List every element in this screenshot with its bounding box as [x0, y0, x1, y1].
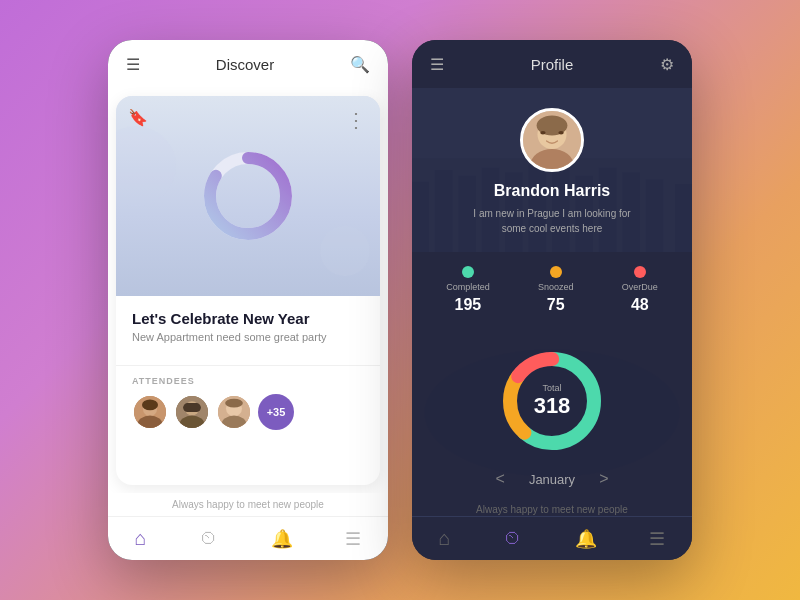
svg-point-33 [540, 131, 545, 135]
attendees-row: +35 [132, 394, 364, 430]
event-subtitle: New Appartment need some great party [132, 331, 364, 343]
discover-phone: ☰ Discover 🔍 🔖 ⋮ [108, 40, 388, 560]
attendee-avatar-3 [216, 394, 252, 430]
profile-menu-icon[interactable]: ☰ [430, 55, 444, 74]
completed-label: Completed [446, 282, 490, 292]
attendee-avatar-2 [174, 394, 210, 430]
svg-point-14 [225, 399, 243, 408]
profile-phone: ☰ Profile ⚙ [412, 40, 692, 560]
chart-section: Total 318 < January > [412, 328, 692, 498]
event-title: Let's Celebrate New Year [132, 310, 364, 327]
stats-row: Completed 195 Snoozed 75 OverDue 48 [412, 252, 692, 328]
attendee-avatar-1 [132, 394, 168, 430]
event-image-area: 🔖 ⋮ [116, 96, 380, 296]
discover-menu-icon[interactable]: ☰ [126, 55, 140, 74]
discover-body: 🔖 ⋮ Let's Celebrate New Year [108, 88, 388, 516]
profile-body: Brandon Harris I am new in Prague I am l… [412, 88, 692, 516]
nav-home-icon[interactable]: ⌂ [134, 527, 146, 550]
attendees-label: ATTENDEES [132, 376, 364, 386]
stat-overdue: OverDue 48 [622, 266, 658, 314]
discover-bottom-nav: ⌂ ⏲ 🔔 ☰ [108, 516, 388, 560]
profile-avatar [520, 108, 584, 172]
profile-user-bio: I am new in Prague I am looking for some… [462, 206, 642, 236]
completed-value: 195 [455, 296, 482, 314]
profile-footer-text: Always happy to meet new people [412, 498, 692, 516]
event-card: 🔖 ⋮ Let's Celebrate New Year [116, 96, 380, 485]
discover-donut-chart [198, 146, 298, 246]
profile-hero: Brandon Harris I am new in Prague I am l… [412, 88, 692, 252]
nav-timer-icon[interactable]: ⏲ [200, 528, 218, 549]
overdue-value: 48 [631, 296, 649, 314]
svg-rect-28 [675, 184, 692, 252]
stat-completed: Completed 195 [446, 266, 490, 314]
profile-user-name: Brandon Harris [494, 182, 610, 200]
svg-rect-9 [183, 403, 201, 412]
svg-rect-18 [435, 170, 453, 252]
svg-point-34 [558, 131, 563, 135]
overdue-dot [634, 266, 646, 278]
profile-nav-home-icon[interactable]: ⌂ [438, 527, 450, 550]
attendees-section: ATTENDEES [116, 365, 380, 442]
donut-center: Total 318 [497, 346, 607, 456]
profile-donut-chart: Total 318 [497, 346, 607, 456]
overdue-label: OverDue [622, 282, 658, 292]
nav-menu-icon[interactable]: ☰ [345, 528, 361, 550]
snoozed-dot [550, 266, 562, 278]
profile-header: ☰ Profile ⚙ [412, 40, 692, 88]
more-options-icon[interactable]: ⋮ [346, 108, 368, 132]
profile-nav-timer-icon[interactable]: ⏲ [504, 528, 522, 549]
svg-point-6 [142, 400, 158, 411]
bg-circle-2 [320, 226, 370, 276]
event-info: Let's Celebrate New Year New Appartment … [116, 296, 380, 365]
total-value: 318 [534, 393, 571, 419]
stat-snoozed: Snoozed 75 [538, 266, 574, 314]
snoozed-value: 75 [547, 296, 565, 314]
bookmark-icon[interactable]: 🔖 [128, 108, 148, 127]
profile-title: Profile [531, 56, 574, 73]
profile-filter-icon[interactable]: ⚙ [660, 55, 674, 74]
nav-bell-icon[interactable]: 🔔 [271, 528, 293, 550]
completed-dot [462, 266, 474, 278]
avatar-image [523, 108, 581, 172]
total-label: Total [542, 383, 561, 393]
svg-rect-17 [412, 182, 429, 252]
discover-search-icon[interactable]: 🔍 [350, 55, 370, 74]
discover-header: ☰ Discover 🔍 [108, 40, 388, 88]
profile-nav-menu-icon[interactable]: ☰ [649, 528, 665, 550]
discover-title: Discover [216, 56, 274, 73]
discover-footer-text: Always happy to meet new people [108, 493, 388, 516]
snoozed-label: Snoozed [538, 282, 574, 292]
profile-nav-bell-icon[interactable]: 🔔 [575, 528, 597, 550]
attendees-count: +35 [258, 394, 294, 430]
profile-bottom-nav: ⌂ ⏲ 🔔 ☰ [412, 516, 692, 560]
svg-rect-27 [646, 179, 664, 252]
